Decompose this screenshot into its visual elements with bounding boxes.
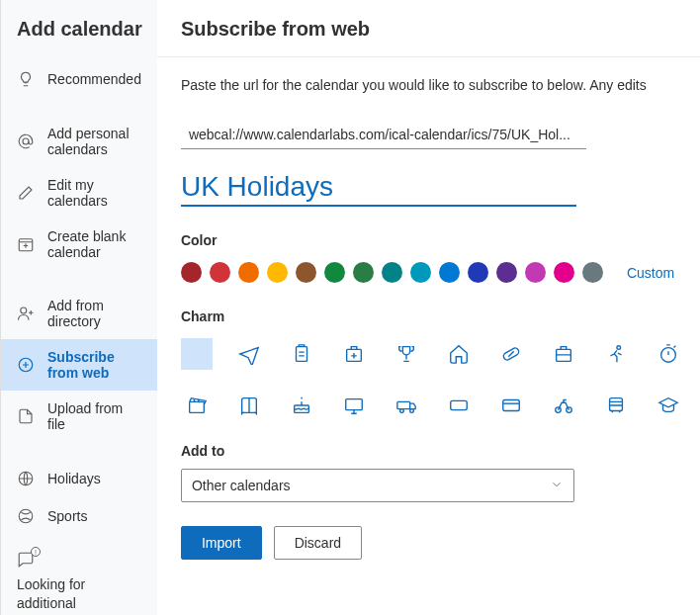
- page-title: Subscribe from web: [181, 18, 700, 41]
- svg-point-2: [21, 308, 27, 313]
- nav-label: Upload from file: [47, 400, 141, 432]
- charm-bus[interactable]: [600, 390, 632, 421]
- svg-rect-14: [190, 401, 205, 412]
- import-button[interactable]: Import: [181, 526, 262, 560]
- charm-running[interactable]: [600, 338, 632, 370]
- charm-creditcard[interactable]: [495, 390, 527, 421]
- nav-label: Sports: [47, 508, 87, 524]
- svg-rect-21: [503, 400, 520, 411]
- color-swatch-11[interactable]: [496, 262, 517, 283]
- nav-label: Create blank calendar: [47, 228, 141, 260]
- helper-text: Paste the url for the calendar you would…: [181, 77, 700, 93]
- pencil-icon: [17, 184, 35, 202]
- sidebar-title: Add calendar: [17, 18, 157, 41]
- charm-firstaid[interactable]: [338, 338, 370, 370]
- custom-color-link[interactable]: Custom: [627, 265, 674, 281]
- color-swatch-8[interactable]: [410, 262, 431, 283]
- addto-label: Add to: [181, 443, 700, 459]
- svg-rect-17: [397, 401, 410, 408]
- color-picker: Custom: [181, 262, 700, 283]
- charm-book[interactable]: [233, 390, 265, 421]
- svg-point-0: [23, 138, 29, 144]
- charm-home[interactable]: [443, 338, 475, 370]
- charm-trophy[interactable]: [391, 338, 422, 370]
- color-swatch-5[interactable]: [324, 262, 345, 283]
- color-swatch-10[interactable]: [468, 262, 488, 283]
- color-swatch-3[interactable]: [267, 262, 288, 283]
- nav-upload-file[interactable]: Upload from file: [1, 391, 157, 442]
- color-swatch-7[interactable]: [382, 262, 402, 283]
- calendar-plus-icon: [17, 235, 35, 253]
- nav-holidays[interactable]: Holidays: [1, 460, 157, 497]
- charm-airplane[interactable]: [233, 338, 265, 370]
- main-panel: Subscribe from web Paste the url for the…: [157, 0, 700, 615]
- addto-value: Other calendars: [192, 478, 291, 493]
- charm-stopwatch[interactable]: [653, 338, 684, 370]
- charm-briefcase[interactable]: [548, 338, 579, 370]
- sidebar-nav: Recommended Add personal calendars Edit …: [1, 60, 157, 535]
- subscribe-icon: [17, 356, 35, 374]
- charm-clipboard[interactable]: [286, 338, 317, 370]
- feedback-badge: !: [31, 547, 41, 557]
- discard-button[interactable]: Discard: [274, 526, 362, 560]
- calendar-name-input[interactable]: [181, 169, 576, 207]
- svg-rect-6: [296, 347, 306, 362]
- color-swatch-4[interactable]: [296, 262, 316, 283]
- nav-label: Subscribe from web: [47, 349, 141, 381]
- svg-point-22: [556, 407, 562, 413]
- nav-create-blank[interactable]: Create blank calendar: [1, 219, 157, 270]
- charm-none[interactable]: [181, 338, 213, 370]
- nav-add-personal[interactable]: Add personal calendars: [1, 116, 157, 167]
- sidebar-footer: ! Looking for additional calendars? Yes …: [1, 551, 157, 615]
- add-calendar-sidebar: Add calendar Recommended Add personal ca…: [1, 0, 157, 615]
- nav-subscribe-web[interactable]: Subscribe from web: [1, 339, 157, 391]
- svg-point-11: [661, 348, 676, 363]
- charm-van[interactable]: [391, 390, 422, 421]
- content-root: Add calendar Recommended Add personal ca…: [0, 0, 700, 615]
- nav-recommended[interactable]: Recommended: [1, 60, 157, 98]
- charm-picker: [181, 338, 700, 421]
- color-swatch-6[interactable]: [353, 262, 374, 283]
- nav-label: Recommended: [47, 71, 141, 87]
- person-add-icon: [17, 305, 35, 322]
- color-swatch-2[interactable]: [238, 262, 259, 283]
- nav-label: Edit my calendars: [47, 177, 141, 209]
- svg-point-18: [400, 409, 404, 413]
- charm-label: Charm: [181, 308, 700, 324]
- svg-rect-16: [346, 399, 363, 410]
- svg-point-19: [410, 409, 414, 413]
- color-swatch-9[interactable]: [439, 262, 460, 283]
- action-buttons: Import Discard: [181, 526, 700, 560]
- color-swatch-14[interactable]: [582, 262, 603, 283]
- color-swatch-12[interactable]: [525, 262, 546, 283]
- nav-edit-calendars[interactable]: Edit my calendars: [1, 167, 157, 219]
- color-swatch-0[interactable]: [181, 262, 202, 283]
- charm-monitor[interactable]: [338, 390, 370, 421]
- charm-ticket[interactable]: [443, 390, 475, 421]
- color-swatch-1[interactable]: [210, 262, 230, 283]
- nav-add-from-directory[interactable]: Add from directory: [1, 288, 157, 339]
- charm-bike[interactable]: [548, 390, 579, 421]
- lightbulb-icon: [17, 70, 35, 88]
- charm-graduation[interactable]: [653, 390, 684, 421]
- at-sign-icon: [17, 132, 35, 150]
- charm-cake[interactable]: [286, 390, 317, 421]
- nav-label: Add personal calendars: [47, 126, 141, 157]
- sports-icon: [17, 507, 35, 525]
- addto-select[interactable]: Other calendars: [181, 469, 574, 502]
- svg-point-23: [567, 407, 572, 413]
- svg-point-10: [617, 346, 621, 350]
- divider: [157, 56, 700, 57]
- calendar-url-input[interactable]: [181, 121, 586, 149]
- charm-clapperboard[interactable]: [181, 390, 213, 421]
- nav-sports[interactable]: Sports: [1, 497, 157, 535]
- svg-point-5: [19, 509, 33, 523]
- feedback-icon: !: [17, 551, 35, 571]
- svg-rect-24: [610, 398, 623, 411]
- nav-label: Add from directory: [47, 298, 141, 329]
- nav-label: Holidays: [47, 471, 101, 486]
- svg-rect-20: [451, 400, 468, 409]
- charm-pill[interactable]: [495, 338, 527, 370]
- footer-question: Looking for additional calendars?: [17, 575, 141, 615]
- color-swatch-13[interactable]: [554, 262, 574, 283]
